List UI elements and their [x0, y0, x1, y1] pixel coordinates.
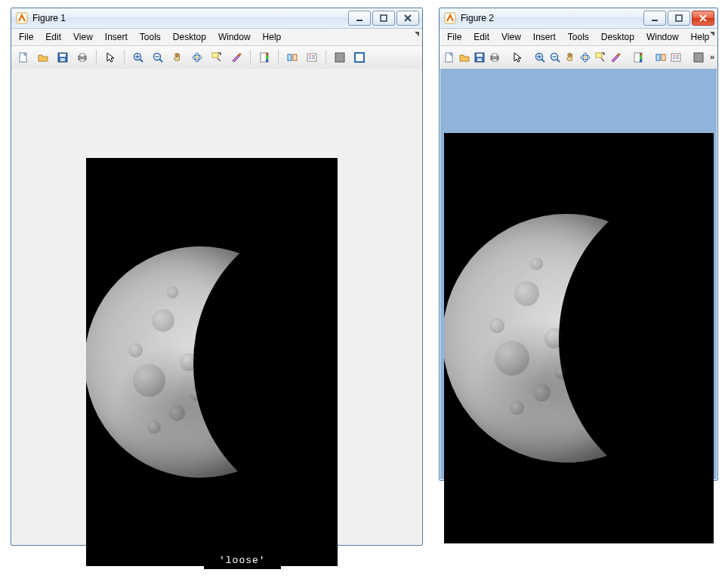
menu-edit[interactable]: Edit [467, 30, 495, 44]
svg-rect-33 [676, 15, 682, 21]
svg-rect-20 [266, 53, 268, 62]
new-file-icon[interactable] [443, 48, 456, 67]
pan-icon[interactable] [563, 48, 577, 67]
svg-rect-1 [356, 20, 362, 21]
svg-rect-6 [60, 58, 65, 61]
svg-rect-48 [596, 53, 602, 57]
toolbar-separator [278, 50, 279, 65]
toolbar-separator [96, 50, 97, 65]
show-plot-icon[interactable] [350, 48, 369, 67]
minimize-button[interactable] [348, 11, 371, 26]
toolbar: » [440, 46, 717, 70]
caption-loose: 'loose' [204, 552, 281, 569]
titlebar[interactable]: Figure 2 [440, 8, 717, 29]
figure-canvas[interactable] [12, 69, 421, 544]
print-icon[interactable] [488, 48, 501, 67]
maximize-button[interactable] [668, 11, 690, 26]
print-icon[interactable] [73, 48, 91, 67]
svg-line-44 [557, 60, 560, 63]
menu-view[interactable]: View [495, 30, 527, 44]
menubar: FileEditViewInsertToolsDesktopWindowHelp [11, 29, 422, 46]
dock-menu-icon[interactable] [710, 32, 714, 36]
brush-icon[interactable] [227, 48, 245, 67]
close-button[interactable] [692, 11, 714, 26]
caption-tight: 'Tight' [544, 508, 594, 522]
svg-rect-28 [335, 53, 344, 62]
svg-rect-21 [288, 54, 292, 60]
figure-image [444, 133, 714, 543]
menu-file[interactable]: File [13, 30, 39, 44]
menu-file[interactable]: File [441, 30, 467, 44]
brush-icon[interactable] [609, 48, 622, 67]
zoom-in-icon[interactable] [533, 48, 547, 67]
zoom-in-icon[interactable] [129, 48, 147, 67]
svg-rect-5 [60, 54, 66, 57]
hide-plot-icon[interactable] [692, 48, 705, 67]
svg-line-42 [542, 60, 545, 63]
dock-menu-icon[interactable] [415, 32, 419, 36]
menu-view[interactable]: View [67, 30, 99, 44]
menu-window[interactable]: Window [212, 30, 257, 44]
toolbar [11, 46, 422, 70]
menu-tools[interactable]: Tools [562, 30, 595, 44]
figure-window-1: Figure 1 FileEditViewInsertToolsDesktopW… [11, 8, 423, 546]
pointer-icon[interactable] [101, 48, 119, 67]
svg-rect-54 [671, 54, 680, 61]
zoom-out-icon[interactable] [548, 48, 562, 67]
pointer-icon[interactable] [511, 48, 524, 67]
toolbar-overflow-button[interactable]: » [707, 48, 720, 67]
data-cursor-icon[interactable] [594, 48, 607, 67]
colorbar-icon[interactable] [631, 48, 645, 67]
zoom-out-icon[interactable] [149, 48, 167, 67]
menu-edit[interactable]: Edit [39, 30, 67, 44]
figure-canvas[interactable] [440, 69, 717, 479]
insert-legend-icon[interactable] [669, 48, 683, 67]
maximize-button[interactable] [372, 11, 395, 26]
colorbar-icon[interactable] [255, 48, 273, 67]
menubar: FileEditViewInsertToolsDesktopWindowHelp [440, 29, 717, 46]
save-icon[interactable] [54, 48, 72, 67]
svg-point-16 [196, 57, 199, 59]
data-cursor-icon[interactable] [208, 48, 226, 67]
menu-insert[interactable]: Insert [99, 30, 134, 44]
svg-rect-22 [293, 54, 297, 60]
rotate3d-icon[interactable] [578, 48, 592, 67]
toolbar-separator [250, 50, 251, 65]
window-title: Figure 2 [461, 13, 494, 23]
app-icon [16, 12, 28, 24]
minimize-button[interactable] [643, 11, 666, 26]
toolbar-separator [124, 50, 125, 65]
save-icon[interactable] [473, 48, 486, 67]
svg-rect-9 [80, 59, 85, 61]
window-title: Figure 1 [32, 13, 66, 23]
menu-help[interactable]: Help [257, 30, 288, 44]
menu-desktop[interactable]: Desktop [167, 30, 212, 44]
svg-rect-51 [640, 53, 642, 62]
link-icon[interactable] [283, 48, 301, 67]
svg-text:»: » [710, 52, 714, 61]
close-button[interactable] [396, 11, 419, 26]
svg-rect-39 [492, 54, 497, 57]
svg-rect-40 [492, 59, 497, 61]
menu-window[interactable]: Window [640, 30, 685, 44]
app-icon [444, 12, 456, 24]
new-file-icon[interactable] [14, 48, 32, 67]
titlebar[interactable]: Figure 1 [11, 8, 422, 29]
rotate3d-icon[interactable] [188, 48, 206, 67]
pan-icon[interactable] [168, 48, 187, 67]
link-icon[interactable] [654, 48, 668, 67]
svg-rect-52 [656, 54, 660, 60]
menu-insert[interactable]: Insert [527, 30, 562, 44]
menu-desktop[interactable]: Desktop [595, 30, 640, 44]
svg-rect-36 [477, 54, 483, 57]
svg-rect-23 [307, 54, 316, 61]
insert-legend-icon[interactable] [303, 48, 321, 67]
svg-rect-29 [355, 53, 364, 62]
svg-rect-2 [381, 15, 387, 21]
menu-tools[interactable]: Tools [134, 30, 167, 44]
hide-plot-icon[interactable] [331, 48, 349, 67]
open-file-icon[interactable] [34, 48, 52, 67]
svg-rect-17 [212, 53, 218, 57]
svg-rect-53 [662, 54, 665, 60]
open-file-icon[interactable] [458, 48, 471, 67]
